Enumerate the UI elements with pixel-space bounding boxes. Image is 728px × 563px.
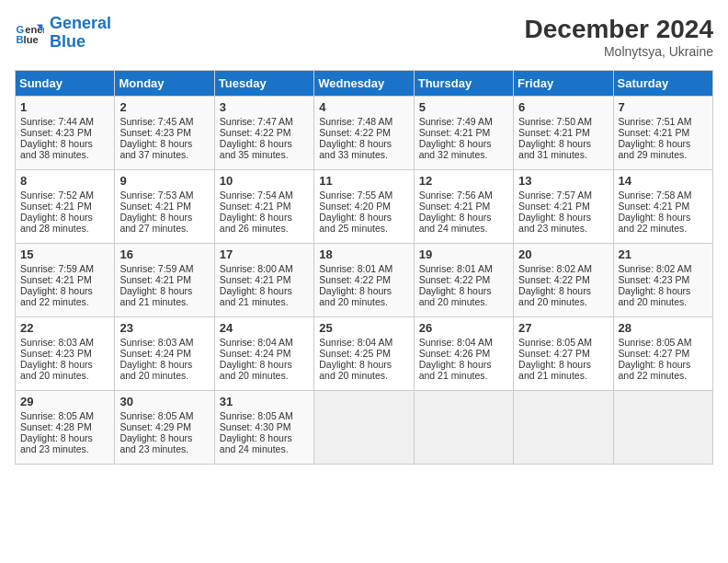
svg-text:B: B [17,34,24,45]
sunset-label: Sunset: 4:21 PM [518,201,590,212]
sunrise-label: Sunrise: 8:01 AM [319,263,392,274]
sunrise-label: Sunrise: 8:01 AM [419,263,493,274]
sunrise-label: Sunrise: 8:04 AM [319,337,392,348]
day-cell-7: 7Sunrise: 7:51 AMSunset: 4:21 PMDaylight… [613,97,712,170]
daylight-label: Daylight: 8 hours and 20 minutes. [619,285,691,307]
sunrise-label: Sunrise: 7:47 AM [220,116,293,127]
sunrise-label: Sunrise: 8:05 AM [220,410,293,421]
day-cell-30: 30Sunrise: 8:05 AMSunset: 4:29 PMDayligh… [115,391,214,465]
sunset-label: Sunset: 4:25 PM [319,348,391,359]
day-number: 20 [518,247,608,261]
col-saturday: Saturday [613,71,712,97]
day-cell-4: 4Sunrise: 7:48 AMSunset: 4:22 PMDaylight… [314,97,414,170]
header-row: Sunday Monday Tuesday Wednesday Thursday… [16,71,713,97]
calendar-week-2: 8Sunrise: 7:52 AMSunset: 4:21 PMDaylight… [16,170,713,244]
sunrise-label: Sunrise: 8:03 AM [119,337,193,348]
day-number: 17 [220,247,309,261]
sunrise-label: Sunrise: 7:57 AM [518,190,592,201]
daylight-label: Daylight: 8 hours and 37 minutes. [119,138,192,160]
daylight-label: Daylight: 8 hours and 20 minutes. [20,359,93,381]
sunset-label: Sunset: 4:21 PM [119,274,191,285]
day-cell-8: 8Sunrise: 7:52 AMSunset: 4:21 PMDaylight… [16,170,115,244]
sunrise-label: Sunrise: 8:05 AM [20,410,94,421]
daylight-label: Daylight: 8 hours and 26 minutes. [220,212,292,234]
day-cell-16: 16Sunrise: 7:59 AMSunset: 4:21 PMDayligh… [115,244,214,317]
sunset-label: Sunset: 4:23 PM [20,348,92,359]
sunset-label: Sunset: 4:28 PM [20,421,92,432]
sunrise-label: Sunrise: 7:44 AM [20,116,94,127]
day-number: 31 [220,395,309,408]
daylight-label: Daylight: 8 hours and 22 minutes. [20,285,93,307]
day-cell-18: 18Sunrise: 8:01 AMSunset: 4:22 PMDayligh… [314,244,414,317]
day-number: 28 [619,321,708,335]
calendar-week-4: 22Sunrise: 8:03 AMSunset: 4:23 PMDayligh… [16,317,713,391]
sunrise-label: Sunrise: 7:58 AM [619,190,692,201]
empty-cell [613,391,712,465]
daylight-label: Daylight: 8 hours and 28 minutes. [20,212,93,234]
day-number: 21 [619,247,708,261]
sunset-label: Sunset: 4:24 PM [119,348,191,359]
sunset-label: Sunset: 4:21 PM [20,201,92,212]
day-number: 1 [20,100,109,114]
day-cell-23: 23Sunrise: 8:03 AMSunset: 4:24 PMDayligh… [115,317,214,391]
col-tuesday: Tuesday [214,71,313,97]
month-title: December 2024 [525,15,713,44]
day-number: 12 [419,174,508,188]
daylight-label: Daylight: 8 hours and 33 minutes. [319,138,392,160]
daylight-label: Daylight: 8 hours and 22 minutes. [619,359,691,381]
sunset-label: Sunset: 4:24 PM [220,348,291,359]
day-number: 18 [319,247,408,261]
sunrise-label: Sunrise: 8:05 AM [119,410,193,421]
col-sunday: Sunday [16,71,115,97]
day-number: 2 [119,100,209,114]
sunrise-label: Sunrise: 7:52 AM [20,190,94,201]
sunset-label: Sunset: 4:21 PM [518,127,590,138]
sunrise-label: Sunrise: 8:03 AM [20,337,94,348]
day-cell-2: 2Sunrise: 7:45 AMSunset: 4:23 PMDaylight… [115,97,214,170]
daylight-label: Daylight: 8 hours and 22 minutes. [619,212,691,234]
logo: G eneral B lue GeneralBlue [15,15,111,52]
day-cell-15: 15Sunrise: 7:59 AMSunset: 4:21 PMDayligh… [16,244,115,317]
daylight-label: Daylight: 8 hours and 38 minutes. [20,138,93,160]
day-number: 24 [220,321,309,335]
calendar-week-3: 15Sunrise: 7:59 AMSunset: 4:21 PMDayligh… [16,244,713,317]
col-wednesday: Wednesday [314,71,414,97]
sunrise-label: Sunrise: 8:00 AM [220,263,293,274]
empty-cell [414,391,513,465]
location-subtitle: Molnytsya, Ukraine [525,44,713,59]
sunrise-label: Sunrise: 7:51 AM [619,116,692,127]
sunset-label: Sunset: 4:29 PM [119,421,191,432]
sunset-label: Sunset: 4:23 PM [119,127,191,138]
empty-cell [514,391,613,465]
day-cell-14: 14Sunrise: 7:58 AMSunset: 4:21 PMDayligh… [613,170,712,244]
day-number: 27 [518,321,608,335]
daylight-label: Daylight: 8 hours and 31 minutes. [518,138,591,160]
sunrise-label: Sunrise: 7:49 AM [419,116,493,127]
day-cell-25: 25Sunrise: 8:04 AMSunset: 4:25 PMDayligh… [314,317,414,391]
sunset-label: Sunset: 4:21 PM [119,201,191,212]
page-header: G eneral B lue GeneralBlue December 2024… [15,15,713,59]
day-number: 23 [119,321,209,335]
sunset-label: Sunset: 4:21 PM [20,274,92,285]
day-cell-1: 1Sunrise: 7:44 AMSunset: 4:23 PMDaylight… [16,97,115,170]
sunset-label: Sunset: 4:22 PM [419,274,491,285]
day-number: 19 [419,247,508,261]
day-cell-19: 19Sunrise: 8:01 AMSunset: 4:22 PMDayligh… [414,244,513,317]
sunset-label: Sunset: 4:23 PM [20,127,92,138]
daylight-label: Daylight: 8 hours and 20 minutes. [119,359,192,381]
col-thursday: Thursday [414,71,513,97]
day-cell-17: 17Sunrise: 8:00 AMSunset: 4:21 PMDayligh… [214,244,313,317]
daylight-label: Daylight: 8 hours and 21 minutes. [518,359,591,381]
sunset-label: Sunset: 4:23 PM [619,274,690,285]
sunrise-label: Sunrise: 8:05 AM [619,337,692,348]
daylight-label: Daylight: 8 hours and 21 minutes. [119,285,192,307]
daylight-label: Daylight: 8 hours and 20 minutes. [518,285,591,307]
day-number: 6 [518,100,608,114]
sunrise-label: Sunrise: 7:53 AM [119,190,193,201]
col-friday: Friday [514,71,613,97]
day-number: 13 [518,174,608,188]
sunrise-label: Sunrise: 7:54 AM [220,190,293,201]
calendar-table: Sunday Monday Tuesday Wednesday Thursday… [15,70,713,465]
daylight-label: Daylight: 8 hours and 21 minutes. [220,285,292,307]
day-number: 7 [619,100,708,114]
